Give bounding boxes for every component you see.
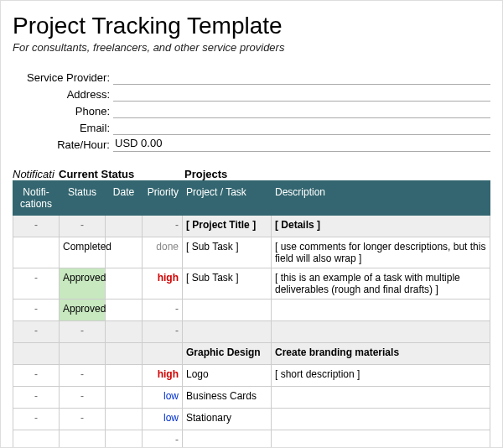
cell-priority[interactable]: - [143, 300, 183, 321]
cell-desc[interactable] [272, 387, 490, 409]
cell-date[interactable] [106, 321, 143, 343]
cell-notif[interactable]: - [13, 321, 60, 343]
group-headers: Notificati Current Status Projects [13, 168, 490, 180]
cell-date[interactable] [106, 409, 143, 430]
table-row: --highLogo[ short description ] [13, 365, 490, 387]
cell-date[interactable] [106, 387, 143, 409]
cell-desc[interactable] [272, 300, 490, 321]
value-email[interactable] [113, 120, 490, 135]
cell-priority[interactable]: low [143, 387, 183, 409]
cell-status[interactable] [60, 343, 106, 365]
cell-notif[interactable] [13, 430, 60, 449]
cell-project[interactable]: Stationary [183, 409, 272, 430]
provider-info: Service Provider: Address: Phone: Email:… [13, 69, 490, 153]
cell-notif[interactable]: - [13, 365, 60, 387]
cell-desc[interactable] [272, 430, 490, 449]
cell-status[interactable]: Approved [60, 268, 106, 300]
cell-desc[interactable]: Create branding materials [272, 343, 490, 365]
col-priority: Priority [143, 181, 183, 216]
cell-priority[interactable]: - [143, 321, 183, 343]
group-notifications: Notificati [13, 168, 59, 180]
table-section-row: ---[ Project Title ][ Details ] [13, 216, 490, 237]
cell-notif[interactable]: - [13, 216, 60, 237]
value-provider[interactable] [113, 70, 490, 85]
cell-desc[interactable]: [ short description ] [272, 365, 490, 387]
cell-date[interactable] [106, 343, 143, 365]
value-rate[interactable]: USD 0.00 [113, 137, 490, 152]
cell-status[interactable]: Completed [60, 237, 106, 268]
cell-priority[interactable]: - [143, 216, 183, 237]
cell-project[interactable]: [ Sub Task ] [183, 268, 272, 300]
cell-notif[interactable] [13, 343, 60, 365]
project-table: Notifi-cations Status Date Priority Proj… [13, 180, 490, 448]
value-phone[interactable] [113, 103, 490, 118]
label-rate: Rate/Hour: [13, 138, 113, 151]
table-row: -Approved- [13, 300, 490, 321]
cell-priority[interactable]: high [143, 268, 183, 300]
col-description: Description [272, 181, 490, 216]
cell-desc[interactable]: [ use comments for longer descriptions, … [272, 237, 490, 268]
col-notifications: Notifi-cations [13, 181, 60, 216]
cell-status[interactable]: - [60, 321, 106, 343]
cell-project[interactable]: [ Sub Task ] [183, 237, 272, 268]
cell-notif[interactable] [13, 237, 60, 268]
page-title: Project Tracking Template [13, 13, 490, 39]
cell-desc[interactable] [272, 321, 490, 343]
col-project: Project / Task [183, 181, 272, 216]
cell-notif[interactable]: - [13, 387, 60, 409]
table-header-row: Notifi-cations Status Date Priority Proj… [13, 181, 490, 216]
cell-status[interactable]: - [60, 216, 106, 237]
cell-date[interactable] [106, 268, 143, 300]
cell-project[interactable]: Logo [183, 365, 272, 387]
group-status: Current Status [59, 168, 184, 180]
cell-priority[interactable] [143, 343, 183, 365]
cell-date[interactable] [106, 430, 143, 449]
cell-status[interactable]: Approved [60, 300, 106, 321]
cell-status[interactable]: - [60, 365, 106, 387]
cell-project[interactable] [183, 430, 272, 449]
table-row: --lowBusiness Cards [13, 387, 490, 409]
cell-notif[interactable]: - [13, 268, 60, 300]
cell-desc[interactable]: [ this is an example of a task with mult… [272, 268, 490, 300]
page-subtitle: For consultants, freelancers, and other … [13, 41, 490, 54]
cell-desc[interactable]: [ Details ] [272, 216, 490, 237]
cell-priority[interactable]: high [143, 365, 183, 387]
cell-project[interactable]: [ Project Title ] [183, 216, 272, 237]
cell-date[interactable] [106, 365, 143, 387]
cell-status[interactable] [60, 430, 106, 449]
label-phone: Phone: [13, 105, 113, 117]
label-provider: Service Provider: [13, 71, 113, 84]
cell-status[interactable]: - [60, 387, 106, 409]
cell-priority[interactable]: - [143, 430, 183, 449]
col-status: Status [60, 181, 106, 216]
group-projects: Projects [184, 168, 490, 180]
table-section-row: Graphic DesignCreate branding materials [13, 343, 490, 365]
col-date: Date [106, 181, 143, 216]
table-row: --- [13, 321, 490, 343]
cell-project[interactable] [183, 321, 272, 343]
table-row: Completeddone[ Sub Task ][ use comments … [13, 237, 490, 268]
cell-project[interactable]: Business Cards [183, 387, 272, 409]
value-address[interactable] [113, 86, 490, 102]
cell-notif[interactable]: - [13, 409, 60, 430]
cell-date[interactable] [106, 300, 143, 321]
cell-project[interactable] [183, 300, 272, 321]
cell-project[interactable]: Graphic Design [183, 343, 272, 365]
cell-desc[interactable] [272, 409, 490, 430]
table-row: - [13, 430, 490, 449]
table-row: -Approvedhigh[ Sub Task ][ this is an ex… [13, 268, 490, 300]
label-email: Email: [13, 122, 113, 134]
cell-status[interactable]: - [60, 409, 106, 430]
table-row: --lowStationary [13, 409, 490, 430]
cell-priority[interactable]: done [143, 237, 183, 268]
cell-notif[interactable]: - [13, 300, 60, 321]
cell-date[interactable] [106, 216, 143, 237]
label-address: Address: [13, 88, 113, 101]
cell-priority[interactable]: low [143, 409, 183, 430]
